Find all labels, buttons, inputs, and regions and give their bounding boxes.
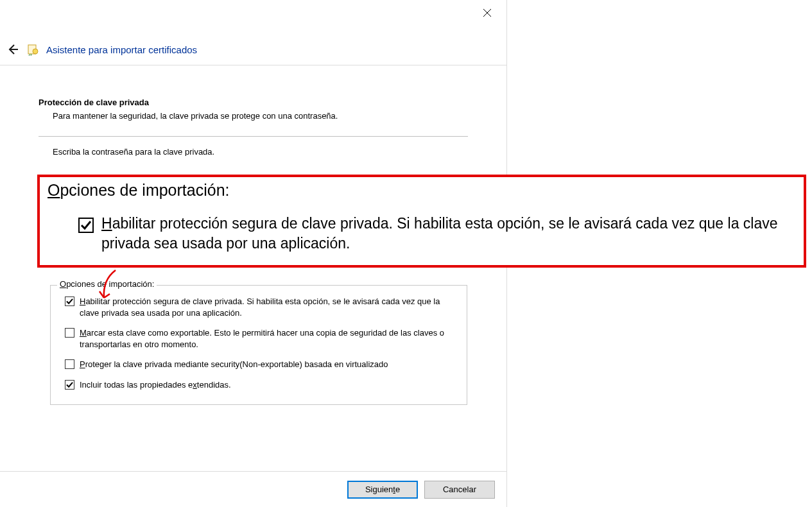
wizard-title: Asistente para importar certificados <box>46 44 197 55</box>
option-strong-protection[interactable]: Habilitar protección segura de clave pri… <box>65 296 453 318</box>
password-prompt-truncated: Escriba la contraseña para la clave priv… <box>39 147 468 156</box>
option-mark-exportable[interactable]: Marcar esta clave como exportable. Esto … <box>65 327 453 350</box>
section-title: Protección de clave privada <box>39 98 468 107</box>
next-button[interactable]: Siguiente <box>347 481 418 499</box>
callout-checkbox-icon <box>78 218 94 233</box>
section-description: Para mantener la seguridad, la clave pri… <box>39 111 468 121</box>
option-protect-non-exportable[interactable]: Proteger la clave privada mediante secur… <box>65 359 453 370</box>
back-arrow-icon <box>7 44 19 55</box>
back-button[interactable] <box>5 42 21 57</box>
callout-title: Opciones de importación: <box>48 181 796 200</box>
footer: Siguiente Cancelar <box>0 471 506 507</box>
checkbox-strong-protection[interactable] <box>65 296 74 306</box>
checkbox-protect-non-exportable[interactable] <box>65 359 74 369</box>
option-label: Marcar esta clave como exportable. Esto … <box>80 327 453 350</box>
option-label: Habilitar protección segura de clave pri… <box>80 296 453 318</box>
callout-option-row: Habilitar protección segura de clave pri… <box>48 214 796 254</box>
certificate-icon <box>27 43 40 56</box>
close-icon <box>483 8 492 17</box>
svg-point-4 <box>33 49 38 54</box>
import-options-group: Opciones de importación: Habilitar prote… <box>50 285 467 405</box>
header-row: Asistente para importar certificados <box>0 26 506 65</box>
annotation-callout: Opciones de importación: Habilitar prote… <box>37 175 806 268</box>
content-area: Protección de clave privada Para mantene… <box>0 65 506 156</box>
divider <box>39 136 468 137</box>
checkbox-mark-exportable[interactable] <box>65 328 74 338</box>
checkbox-include-extended[interactable] <box>65 380 74 390</box>
group-legend: Opciones de importación: <box>57 279 157 289</box>
close-button[interactable] <box>478 3 497 22</box>
callout-option-text: Habilitar protección segura de clave pri… <box>101 214 796 254</box>
option-label: Proteger la clave privada mediante secur… <box>80 359 388 370</box>
option-include-extended[interactable]: Incluir todas las propiedades extendidas… <box>65 379 453 391</box>
cancel-button[interactable]: Cancelar <box>424 481 495 499</box>
title-bar <box>0 0 506 26</box>
option-label: Incluir todas las propiedades extendidas… <box>80 379 231 391</box>
